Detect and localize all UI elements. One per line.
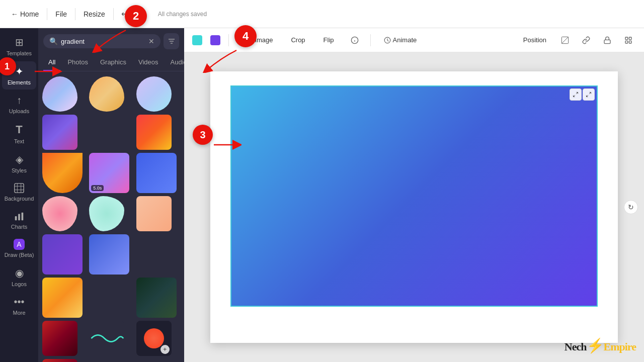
transparency-button[interactable] [557,33,573,48]
grid-item-yellow-orange[interactable] [42,278,83,318]
canvas-page: ↻ [210,71,618,343]
grid-item-heart2[interactable] [89,76,124,112]
draw-icon: A [17,240,21,248]
resize-button[interactable]: Resize [78,7,110,21]
svg-rect-19 [629,41,631,43]
search-clear-icon[interactable]: ✕ [148,37,154,45]
background-label: Background [5,196,34,202]
grid-item-blue-grad-wide[interactable] [89,234,129,275]
uploads-label: Uploads [9,108,29,114]
sidebar-item-styles[interactable]: ◈ Styles [2,149,36,177]
sidebar-item-more[interactable]: ••• More [2,292,36,320]
search-icon: 🔍 [49,37,58,45]
grid-item-grad-red-orange[interactable] [136,115,172,150]
search-panel: 🔍 ✕ All Photos Graphics Videos Audio 5.0… [38,28,184,362]
more-options-button[interactable] [621,33,636,48]
search-input-wrap: 🔍 ✕ [43,34,160,48]
grid-item-dark-teal[interactable] [136,278,177,318]
squiggle-svg [89,328,124,348]
elements-label: Elements [8,79,31,85]
transparency-icon [561,36,569,44]
sidebar-item-uploads[interactable]: ↑ Uploads [2,90,36,118]
sidebar-item-charts[interactable]: Charts [2,207,36,234]
grid-item-video-purple[interactable]: 5.0s [89,153,129,193]
sidebar-item-text[interactable]: T Text [2,119,36,148]
svg-line-14 [561,37,568,43]
tab-all[interactable]: All [43,54,60,71]
items-grid: 5.0s + 5.0s [38,73,184,362]
position-button[interactable]: Position [518,33,551,47]
toolbar-right: Position [518,33,636,48]
grid-item-teal-squiggle[interactable] [89,321,124,356]
video-duration-badge: 5.0s [91,185,104,191]
sidebar-item-draw[interactable]: A Draw (Beta) [2,235,36,262]
logos-icon: ◉ [15,267,24,279]
styles-icon: ◈ [16,153,23,165]
search-input[interactable] [61,38,145,45]
color-swatch-teal[interactable] [192,35,202,45]
logo-text-yellow: Empire [604,340,636,353]
crop-button[interactable]: Crop [286,33,310,47]
grid-item-grad-blue-purple[interactable] [42,115,77,150]
sidebar-item-elements[interactable]: ✦ Elements 1 [2,61,36,89]
tab-audio[interactable]: Audio [165,54,184,71]
more-options-icon [624,36,632,44]
filter-button[interactable] [164,33,179,49]
grid-item-pink-blob[interactable] [42,196,77,231]
top-bar: ← Home File Resize ↩ ↪ All changes saved [0,0,644,28]
svg-rect-15 [604,40,610,43]
svg-line-21 [587,95,589,97]
divider-3 [113,8,114,20]
sidebar-item-templates[interactable]: ⊞ Templates [2,32,36,60]
grid-item-red-dark[interactable] [42,321,77,356]
grid-item-red-circle[interactable]: + [136,321,172,356]
info-button[interactable] [347,33,362,48]
charts-icon [14,211,25,222]
svg-line-20 [589,93,591,95]
canvas-fullscreen-icon[interactable] [583,88,595,101]
grid-item-heart1[interactable] [42,76,77,112]
svg-rect-3 [18,214,20,220]
home-label: Home [20,10,39,18]
svg-rect-16 [625,37,628,40]
canvas-content[interactable] [230,85,598,307]
grid-item-blue-rect[interactable] [136,153,177,193]
flip-button[interactable]: Flip [318,33,339,47]
link-icon [582,36,590,44]
filter-icon [168,37,176,45]
toolbar-divider-1 [228,34,229,46]
tab-photos[interactable]: Photos [62,54,93,71]
grid-item-teal-blob[interactable] [89,196,124,231]
tab-graphics[interactable]: Graphics [95,54,131,71]
color-swatch-purple[interactable] [210,35,220,45]
lock-button[interactable] [600,33,615,48]
canvas-expand-icon[interactable] [570,88,582,101]
step-badge-3: 3 [193,125,213,145]
uploads-icon: ↑ [17,95,22,106]
grid-item-purple-rect[interactable] [42,234,83,275]
search-bar: 🔍 ✕ [38,28,184,54]
more-icon: ••• [14,296,24,308]
sidebar-item-logos[interactable]: ◉ Logos [2,263,36,291]
autosave-text: All changes saved [158,11,207,18]
grid-item-blob1[interactable] [136,76,172,112]
back-arrow-icon: ← [11,10,18,18]
divider-2 [75,8,75,20]
grid-item-video-row[interactable]: 5.0s [42,359,77,362]
styles-label: Styles [12,167,27,173]
toolbar-divider-2 [370,34,371,46]
animate-button[interactable]: Animate [379,33,422,47]
animate-icon [384,37,391,44]
svg-rect-2 [15,216,17,220]
panel-tabs: All Photos Graphics Videos Audio [38,54,184,71]
grid-item-peach-stroke[interactable] [136,196,172,231]
file-button[interactable]: File [50,7,72,21]
sidebar-item-background[interactable]: Background [2,178,36,206]
tab-videos[interactable]: Videos [133,54,164,71]
info-icon [351,36,359,44]
link-button[interactable] [579,33,594,48]
canvas-refresh-button[interactable]: ↻ [624,200,638,214]
home-button[interactable]: ← Home [6,7,44,21]
add-badge[interactable]: + [160,345,170,354]
grid-item-wave-orange[interactable] [42,153,83,193]
